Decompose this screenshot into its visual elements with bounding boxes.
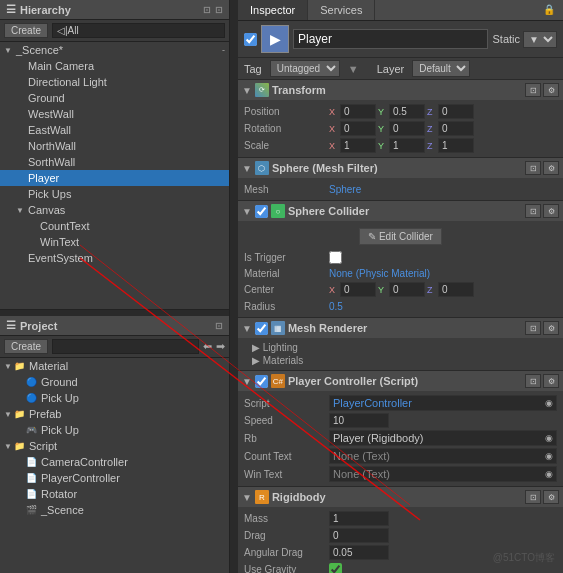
project-toolbar: Create ⬅ ➡ [0,336,229,358]
hierarchy-tree: ▼_Scence*-Main CameraDirectional LightGr… [0,42,229,309]
tag-layer-row: Tag Untagged ▼ Layer Default [238,58,563,80]
component-sphere-(mesh-filter): ▼ ⬡ Sphere (Mesh Filter) ⊡ ⚙ MeshSphere [238,158,563,201]
prop-row: CenterXYZ [244,281,557,298]
layer-select[interactable]: Default [412,60,470,77]
hierarchy-header: ☰ Hierarchy ⊡ ⊡ [0,0,229,20]
hierarchy-item[interactable]: EastWall [0,122,229,138]
prop-row: MeshSphere [244,181,557,197]
hierarchy-create-button[interactable]: Create [4,23,48,38]
hierarchy-item[interactable]: Ground [0,90,229,106]
project-item[interactable]: 📄Rotator [0,486,229,502]
prop-row: RbPlayer (Rigidbody)◉ [244,429,557,447]
inspector-tabs: Inspector Services 🔒 [238,0,563,21]
hierarchy-item[interactable]: Directional Light [0,74,229,90]
project-item[interactable]: ▼📁Script [0,438,229,454]
tag-label: Tag [244,63,262,75]
component-header[interactable]: ▼ ▦ Mesh Renderer ⊡ ⚙ [238,318,563,338]
object-icon: ▶ [261,25,289,53]
project-item[interactable]: 📄PlayerController [0,470,229,486]
project-search-input[interactable] [52,339,199,354]
hierarchy-toolbar: Create [0,20,229,42]
component-body: ▶ Lighting▶ Materials [238,338,563,370]
object-active-checkbox[interactable] [244,33,257,46]
layer-label: Layer [377,63,405,75]
object-header: ▶ Static ▼ [238,21,563,58]
prop-row: Drag [244,527,557,544]
prop-row: ScaleXYZ [244,137,557,154]
lock-icon[interactable]: 🔒 [535,0,563,20]
hierarchy-icon: ☰ [6,3,16,16]
project-icon: ☰ [6,319,16,332]
prop-row: Radius0.5 [244,298,557,314]
tab-services[interactable]: Services [308,0,375,20]
project-item[interactable]: ▼📁Prefab [0,406,229,422]
object-name-input[interactable] [293,29,488,49]
static-dropdown[interactable]: ▼ [523,31,557,48]
project-item[interactable]: 🔵Ground [0,374,229,390]
hierarchy-item[interactable]: Player [0,170,229,186]
prop-row: Win TextNone (Text)◉ [244,465,557,483]
component-header[interactable]: ▼ ⬡ Sphere (Mesh Filter) ⊡ ⚙ [238,158,563,178]
hierarchy-item[interactable]: CountText [0,218,229,234]
prop-row: PositionXYZ [244,103,557,120]
static-group: Static ▼ [492,31,557,48]
project-item[interactable]: 📄CameraController [0,454,229,470]
left-right-divider[interactable] [230,0,238,573]
project-header: ☰ Project ⊡ [0,316,229,336]
hierarchy-item[interactable]: WinText [0,234,229,250]
hierarchy-search-input[interactable] [52,23,225,38]
prop-row: RotationXYZ [244,120,557,137]
project-item[interactable]: 🎬_Scence [0,502,229,518]
project-item[interactable]: 🎮Pick Up [0,422,229,438]
component-transform: ▼ ⟳ Transform ⊡ ⚙ PositionXYZRotationXYZ… [238,80,563,158]
prop-row: MaterialNone (Physic Material) [244,265,557,281]
static-label: Static [492,33,520,45]
component-mesh-renderer: ▼ ▦ Mesh Renderer ⊡ ⚙ ▶ Lighting▶ Materi… [238,318,563,371]
component-body: MeshSphere [238,178,563,200]
project-title: Project [20,320,57,332]
component-body: PositionXYZRotationXYZScaleXYZ [238,100,563,157]
component-body: ✎ Edit ColliderIs TriggerMaterialNone (P… [238,221,563,317]
hierarchy-item[interactable]: WestWall [0,106,229,122]
inspector-panel: Inspector Services 🔒 ▶ Static ▼ Tag [238,0,563,573]
prop-row: Mass [244,510,557,527]
hierarchy-item[interactable]: Main Camera [0,58,229,74]
prop-row: ScriptPlayerController◉ [244,394,557,412]
hierarchy-item[interactable]: ▼_Scence*- [0,42,229,58]
component-header[interactable]: ▼ ○ Sphere Collider ⊡ ⚙ [238,201,563,221]
project-item[interactable]: ▼📁Material [0,358,229,374]
tag-select[interactable]: Untagged [270,60,340,77]
watermark: @51CTO博客 [493,551,555,565]
component-header[interactable]: ▼ C# Player Controller (Script) ⊡ ⚙ [238,371,563,391]
hierarchy-title: Hierarchy [20,4,71,16]
hierarchy-item[interactable]: Pick Ups [0,186,229,202]
project-tree: ▼📁Material🔵Ground🔵Pick Up▼📁Prefab🎮Pick U… [0,358,229,573]
tab-inspector[interactable]: Inspector [238,0,308,20]
component-sphere-collider: ▼ ○ Sphere Collider ⊡ ⚙ ✎ Edit ColliderI… [238,201,563,318]
project-item[interactable]: 🔵Pick Up [0,390,229,406]
prop-row: Is Trigger [244,249,557,265]
component-player-controller-(script): ▼ C# Player Controller (Script) ⊡ ⚙ Scri… [238,371,563,487]
prop-row: Speed [244,412,557,429]
hierarchy-item[interactable]: ▼Canvas [0,202,229,218]
project-create-button[interactable]: Create [4,339,48,354]
component-header[interactable]: ▼ R Rigidbody ⊡ ⚙ [238,487,563,507]
hierarchy-item[interactable]: EventSystem [0,250,229,266]
component-body: ScriptPlayerController◉SpeedRbPlayer (Ri… [238,391,563,486]
inspector-body: ▶ Static ▼ Tag Untagged ▼ Layer Default [238,21,563,573]
prop-row: Count TextNone (Text)◉ [244,447,557,465]
component-header[interactable]: ▼ ⟳ Transform ⊡ ⚙ [238,80,563,100]
hierarchy-item[interactable]: NorthWall [0,138,229,154]
hierarchy-item[interactable]: SorthWall [0,154,229,170]
